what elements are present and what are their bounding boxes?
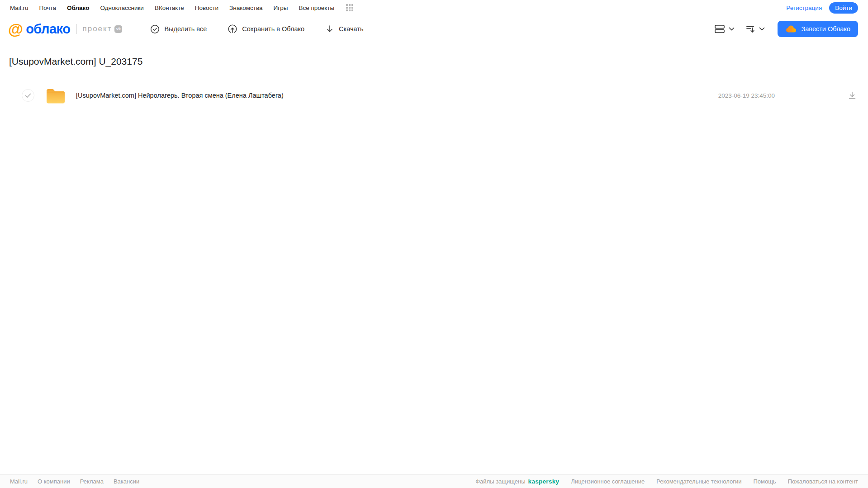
footer-link-help[interactable]: Помощь — [753, 478, 776, 485]
check-circle-icon — [150, 24, 160, 34]
project-text: проект — [82, 24, 112, 33]
page-title: [UsupovMarket.com] U_203175 — [9, 56, 868, 67]
apps-grid-icon[interactable] — [346, 4, 353, 11]
footer-link-company[interactable]: О компании — [38, 478, 70, 485]
topbar-link-vkontakte[interactable]: ВКонтакте — [155, 5, 184, 11]
footer: Mail.ru О компании Реклама Вакансии Файл… — [0, 474, 868, 488]
save-to-cloud-button[interactable]: Сохранить в Облако — [228, 24, 304, 34]
topbar-right: Регистрация Войти — [786, 2, 858, 14]
cloud-upload-icon — [228, 24, 237, 34]
topbar-link-vse-proekty[interactable]: Все проекты — [299, 5, 334, 11]
select-all-button[interactable]: Выделить все — [150, 24, 207, 34]
get-cloud-button[interactable]: Завести Облако — [778, 21, 858, 37]
cloud-logo[interactable]: @ облако — [8, 21, 70, 37]
topbar-link-pochta[interactable]: Почта — [39, 5, 57, 11]
footer-right-links: Файлы защищены kaspersky Лицензионное со… — [475, 478, 858, 485]
cloud-logo-icon — [785, 24, 797, 33]
footer-link-license[interactable]: Лицензионное соглашение — [571, 478, 645, 485]
row-download-icon[interactable] — [847, 90, 857, 100]
list-view-icon — [714, 24, 725, 34]
folder-icon — [45, 87, 66, 104]
topbar-link-igry[interactable]: Игры — [274, 5, 288, 11]
footer-link-report[interactable]: Пожаловаться на контент — [788, 478, 858, 485]
vk-logo-icon: vk — [114, 25, 122, 33]
get-cloud-label: Завести Облако — [802, 25, 850, 33]
kaspersky-protection: Файлы защищены kaspersky — [475, 478, 559, 485]
main-content: [UsupovMarket.com] U_203175 [UsupovMarke… — [0, 43, 868, 107]
sort-dropdown[interactable] — [745, 24, 765, 34]
protected-label: Файлы защищены — [475, 478, 525, 485]
footer-link-vacancies[interactable]: Вакансии — [114, 478, 139, 485]
cloud-header: @ облако проект vk Выделить все Сохранит… — [0, 15, 868, 43]
footer-link-ads[interactable]: Реклама — [80, 478, 104, 485]
row-checkbox[interactable] — [22, 89, 34, 102]
mailru-at-icon: @ — [8, 21, 23, 37]
topbar-link-mailru[interactable]: Mail.ru — [10, 5, 28, 11]
save-to-cloud-label: Сохранить в Облако — [242, 25, 304, 33]
topbar-link-odnoklassniki[interactable]: Одноклассники — [100, 5, 143, 11]
footer-link-mailru[interactable]: Mail.ru — [10, 478, 28, 485]
logo-wordmark: облако — [26, 22, 70, 37]
footer-link-recommendations[interactable]: Рекомендательные технологии — [656, 478, 741, 485]
download-button[interactable]: Скачать — [325, 24, 363, 33]
chevron-down-icon — [759, 27, 765, 31]
chevron-down-icon — [729, 27, 735, 31]
download-arrow-icon — [325, 24, 334, 33]
registration-link[interactable]: Регистрация — [786, 5, 822, 11]
divider — [76, 24, 77, 34]
project-vk-label: проект vk — [76, 24, 122, 34]
file-row[interactable]: [UsupovMarket.com] Нейролагерь. Вторая с… — [9, 84, 868, 107]
file-list: [UsupovMarket.com] Нейролагерь. Вторая с… — [9, 84, 868, 107]
download-label: Скачать — [339, 25, 363, 33]
kaspersky-logo[interactable]: kaspersky — [528, 478, 560, 485]
view-mode-dropdown[interactable] — [714, 24, 735, 34]
topbar-link-oblako[interactable]: Облако — [67, 5, 89, 11]
file-name[interactable]: [UsupovMarket.com] Нейролагерь. Вторая с… — [76, 92, 284, 99]
login-button[interactable]: Войти — [829, 2, 858, 14]
portal-nav: Mail.ru Почта Облако Одноклассники ВКонт… — [10, 4, 353, 11]
file-date: 2023-06-19 23:45:00 — [718, 92, 775, 99]
action-toolbar: Выделить все Сохранить в Облако Скачать — [150, 24, 363, 34]
portal-topbar: Mail.ru Почта Облако Одноклассники ВКонт… — [0, 0, 868, 15]
sort-icon — [745, 24, 755, 34]
topbar-link-znakomstva[interactable]: Знакомства — [229, 5, 262, 11]
select-all-label: Выделить все — [164, 25, 207, 33]
footer-left-links: Mail.ru О компании Реклама Вакансии — [10, 478, 139, 485]
header-right-controls: Завести Облако — [714, 21, 858, 37]
topbar-link-novosti[interactable]: Новости — [195, 5, 218, 11]
